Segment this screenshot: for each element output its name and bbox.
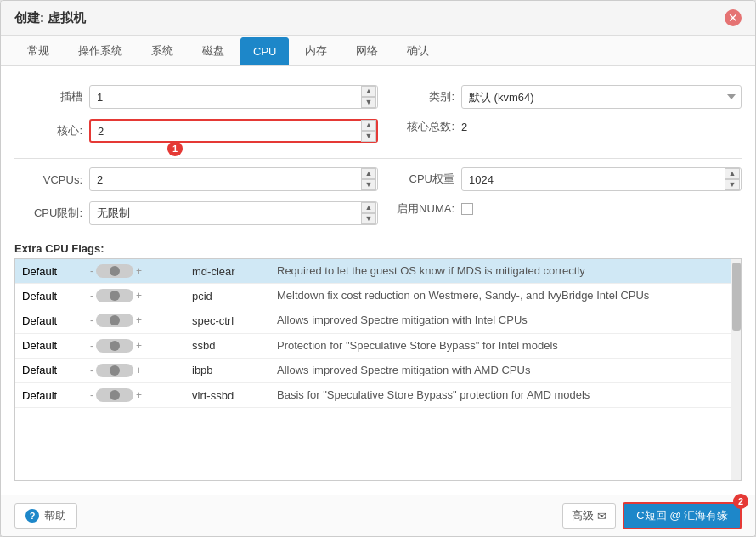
cpu-limit-label: CPU限制: (14, 206, 82, 221)
flag-name-4: ibpb (192, 364, 277, 376)
flag-desc-2: Allows improved Spectre mitigation with … (277, 313, 724, 328)
scrollbar-thumb[interactable] (732, 263, 741, 331)
cpu-weight-spin-down[interactable]: ▼ (725, 179, 740, 190)
cpu-limit-row: CPU限制: ▲ ▼ (14, 196, 378, 230)
cores-input[interactable] (89, 119, 378, 143)
toggle-track-0 (96, 264, 133, 278)
toggle-3[interactable]: - + (90, 339, 192, 353)
flag-desc-1: Meltdown fix cost reduction on Westmere,… (277, 288, 724, 303)
flag-name-0: md-clear (192, 265, 277, 278)
confirm-btn-wrap: C短回 @ 汇海有缘 2 (623, 502, 742, 529)
numa-checkbox[interactable] (461, 203, 473, 215)
toggle-circle-0 (110, 266, 120, 276)
toggle-plus-2: + (136, 314, 142, 326)
toggle-5[interactable]: - + (90, 388, 192, 402)
cores-spin-up[interactable]: ▲ (361, 120, 376, 131)
toggle-track-5 (96, 388, 133, 402)
category-select[interactable]: 默认 (kvm64) (461, 85, 742, 109)
total-cores-value: 2 (461, 121, 467, 133)
cpu-weight-spinners: ▲ ▼ (725, 168, 740, 190)
tab-memory[interactable]: 内存 (292, 36, 340, 66)
cpu-limit-spin-up[interactable]: ▲ (361, 202, 376, 213)
cpu-limit-input-wrap: ▲ ▼ (89, 201, 378, 225)
badge-1: 1 (167, 141, 183, 156)
toggle-circle-1 (110, 291, 120, 301)
toggle-plus-0: + (136, 265, 142, 277)
tab-network[interactable]: 网络 (343, 36, 391, 66)
tab-cpu[interactable]: CPU (240, 37, 289, 65)
form-grid: 插槽 ▲ ▼ 核心: ▲ (14, 80, 742, 148)
cpu-weight-row: CPU权重 ▲ ▼ (378, 162, 742, 196)
cores-input-wrap: ▲ ▼ (89, 119, 378, 143)
email-icon: ✉ (597, 510, 606, 523)
flag-row-4[interactable]: Default - + ibpb Allows improved Spectre… (15, 359, 731, 383)
flag-default-1: Default (22, 290, 90, 302)
flag-default-4: Default (22, 364, 90, 376)
flag-row-5[interactable]: Default - + virt-ssbd Basis for "Specula… (15, 383, 731, 408)
cores-spin-down[interactable]: ▼ (361, 131, 376, 142)
help-icon: ? (25, 509, 39, 523)
toggle-minus-5: - (90, 389, 93, 401)
flag-default-0: Default (22, 265, 90, 278)
socket-spinners: ▲ ▼ (361, 86, 376, 108)
flag-row-2[interactable]: Default - + spec-ctrl Allows improved Sp… (15, 308, 731, 333)
socket-spin-down[interactable]: ▼ (361, 97, 376, 108)
vcpus-label: VCPUs: (14, 173, 82, 186)
tab-os[interactable]: 操作系统 (65, 36, 135, 66)
badge-2: 2 (733, 494, 748, 509)
left-column: 插槽 ▲ ▼ 核心: ▲ (14, 80, 378, 148)
form-grid-2: VCPUs: ▲ ▼ CPU限制: ▲ (14, 162, 742, 230)
flag-desc-4: Allows improved Spectre mitigation with … (277, 363, 724, 378)
flag-name-3: ssbd (192, 339, 277, 352)
vcpus-input[interactable] (89, 167, 378, 191)
vcpus-spin-down[interactable]: ▼ (361, 179, 376, 190)
scrollbar-track[interactable] (731, 259, 741, 480)
cpu-weight-label: CPU权重 (378, 172, 454, 187)
footer: ? 帮助 高级 ✉ C短回 @ 汇海有缘 2 (1, 495, 755, 536)
footer-right: 高级 ✉ C短回 @ 汇海有缘 2 (562, 502, 742, 529)
flag-row-1[interactable]: Default - + pcid Meltdown fix cost reduc… (15, 284, 731, 308)
socket-input-wrap: ▲ ▼ (89, 85, 378, 109)
extra-cpu-flags-label: Extra CPU Flags: (14, 242, 742, 255)
numa-row: 启用NUMA: (378, 196, 742, 222)
confirm-button[interactable]: C短回 @ 汇海有缘 (623, 502, 742, 529)
toggle-1[interactable]: - + (90, 289, 192, 302)
advanced-button[interactable]: 高级 ✉ (562, 503, 616, 529)
flag-desc-5: Basis for "Speculative Store Bypass" pro… (277, 387, 724, 403)
flag-row-0[interactable]: Default - + md-clear Required to let the… (15, 259, 731, 284)
cpu-limit-input[interactable] (89, 201, 378, 225)
flags-container: Default - + md-clear Required to let the… (14, 258, 742, 481)
cores-spinners: ▲ ▼ (361, 120, 376, 142)
title-bar: 创建: 虚拟机 ✕ (1, 1, 755, 36)
toggle-0[interactable]: - + (90, 264, 192, 278)
toggle-2[interactable]: - + (90, 314, 192, 327)
toggle-track-3 (96, 339, 133, 353)
socket-spin-up[interactable]: ▲ (361, 86, 376, 97)
flags-inner: Default - + md-clear Required to let the… (15, 259, 731, 480)
help-button[interactable]: ? 帮助 (14, 503, 77, 529)
socket-label: 插槽 (14, 89, 82, 105)
socket-input[interactable] (89, 85, 378, 109)
cpu-limit-spin-down[interactable]: ▼ (361, 213, 376, 224)
toggle-track-4 (96, 364, 133, 377)
tab-confirm[interactable]: 确认 (394, 36, 442, 66)
vcpus-spinners: ▲ ▼ (361, 168, 376, 190)
flag-desc-3: Protection for "Speculative Store Bypass… (277, 338, 724, 353)
flag-name-2: spec-ctrl (192, 314, 277, 327)
cpu-weight-input-wrap: ▲ ▼ (461, 167, 742, 191)
cpu-limit-spinners: ▲ ▼ (361, 202, 376, 224)
toggle-4[interactable]: - + (90, 364, 192, 377)
tab-disk[interactable]: 磁盘 (189, 36, 237, 66)
close-button[interactable]: ✕ (725, 9, 742, 26)
cpu-weight-spin-up[interactable]: ▲ (725, 168, 740, 179)
cpu-weight-input[interactable] (461, 167, 742, 191)
vcpus-spin-up[interactable]: ▲ (361, 168, 376, 179)
tab-system[interactable]: 系统 (138, 36, 186, 66)
tab-general[interactable]: 常规 (14, 36, 62, 66)
flag-row-3[interactable]: Default - + ssbd Protection for "Specula… (15, 334, 731, 359)
flag-desc-0: Required to let the guest OS know if MDS… (277, 263, 724, 279)
toggle-minus-1: - (90, 290, 93, 302)
category-row: 类别: 默认 (kvm64) (378, 80, 742, 114)
flag-default-3: Default (22, 339, 90, 352)
toggle-circle-3 (110, 341, 120, 351)
